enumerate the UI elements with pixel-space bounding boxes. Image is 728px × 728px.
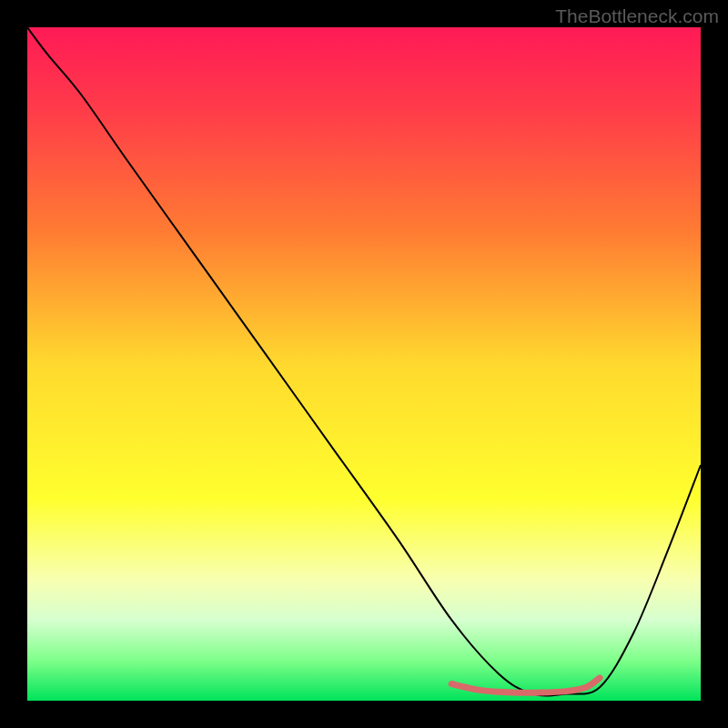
watermark-label: TheBottleneck.com	[555, 5, 719, 27]
chart-svg	[27, 27, 701, 701]
chart-background	[27, 27, 701, 701]
chart-area	[27, 27, 701, 701]
